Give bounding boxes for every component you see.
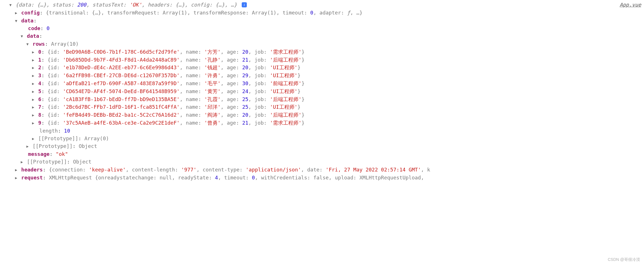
expand-toggle-icon[interactable]: ▶ [31, 56, 35, 64]
source-file-link[interactable]: App.vue [620, 1, 641, 9]
message-property: message: "ok" [2, 150, 642, 158]
expand-toggle-icon[interactable]: ▼ [9, 1, 12, 9]
expand-toggle-icon[interactable]: ▶ [31, 120, 35, 127]
array-row[interactable]: ▶ 6: {id: 'cA1B3FfB-1b67-bEdD-ff7D-bD9eD… [2, 96, 642, 104]
prototype-property[interactable]: ▶ [[Prototype]]: Object [2, 143, 642, 150]
array-row[interactable]: ▶ 5: {id: 'CD654E7D-AF4f-5074-DeEd-BF641… [2, 88, 642, 96]
expand-toggle-icon[interactable]: ▼ [26, 41, 30, 48]
config-property[interactable]: ▶ config: {transitional: {…}, transformR… [2, 9, 642, 17]
array-row[interactable]: ▶ 9: {id: '37c5AAeB-a4fE-63bA-ce3e-Ca2e9… [2, 119, 642, 127]
array-row[interactable]: ▶ 8: {id: 'feFB4d49-DEBb-BEd2-ba1c-5C2cC… [2, 111, 642, 119]
expand-toggle-icon[interactable]: ▶ [14, 9, 18, 17]
array-row[interactable]: ▶ 1: {id: 'Db685DDd-9b7F-4Fd3-F8d1-A4da2… [2, 56, 642, 64]
expand-toggle-icon[interactable]: ▶ [26, 143, 30, 150]
expand-toggle-icon[interactable]: ▶ [31, 96, 35, 104]
request-property[interactable]: ▶ request: XMLHttpRequest {onreadystatec… [2, 174, 642, 182]
expand-toggle-icon[interactable]: ▶ [31, 104, 35, 111]
prototype-property[interactable]: ▶ [[Prototype]]: Array(0) [2, 135, 642, 143]
array-row[interactable]: ▶ 0: {id: 'BeD90A6B-C0D6-7b1f-178C-66d5c… [2, 48, 642, 56]
expand-toggle-icon[interactable]: ▶ [14, 174, 18, 182]
expand-toggle-icon[interactable]: ▶ [31, 64, 35, 72]
expand-toggle-icon[interactable]: ▶ [31, 49, 35, 56]
expand-toggle-icon[interactable]: ▶ [31, 72, 35, 80]
array-row[interactable]: ▶ 4: {id: 'aDfEaB21-ef7D-690F-A5B7-483E8… [2, 80, 642, 88]
expand-toggle-icon[interactable]: ▼ [14, 17, 18, 25]
headers-property[interactable]: ▶ headers: {connection: 'keep-alive', co… [2, 166, 642, 174]
expand-toggle-icon[interactable]: ▶ [31, 88, 35, 96]
length-property: length: 10 [2, 127, 642, 135]
code-property: code: 0 [2, 25, 642, 32]
info-icon[interactable]: i [242, 2, 247, 7]
data-outer-property[interactable]: ▼ data: [2, 17, 642, 25]
array-row[interactable]: ▶ 2: {id: 'e1b78DeD-dE4c-A2EE-eb77-6c6Ee… [2, 64, 642, 72]
expand-toggle-icon[interactable]: ▶ [20, 158, 24, 166]
rows-property[interactable]: ▼ rows: Array(10) [2, 40, 642, 48]
expand-toggle-icon[interactable]: ▶ [14, 166, 18, 174]
expand-toggle-icon[interactable]: ▶ [31, 112, 35, 119]
prototype-property[interactable]: ▶ [[Prototype]]: Object [2, 158, 642, 166]
data-inner-property[interactable]: ▼ data: [2, 32, 642, 40]
array-row[interactable]: ▶ 7: {id: '2Bc6d7BC-FFb7-1dFD-16F1-fca85… [2, 103, 642, 111]
array-row[interactable]: ▶ 3: {id: '6a2fFB98-CBEf-27CB-DE6d-c1267… [2, 72, 642, 80]
expand-toggle-icon[interactable]: ▼ [20, 33, 24, 40]
expand-toggle-icon[interactable]: ▶ [31, 80, 35, 88]
expand-toggle-icon[interactable]: ▶ [31, 135, 35, 143]
object-summary-line[interactable]: ▼ {data: {…}, status: 200, statusText: '… [2, 1, 642, 9]
